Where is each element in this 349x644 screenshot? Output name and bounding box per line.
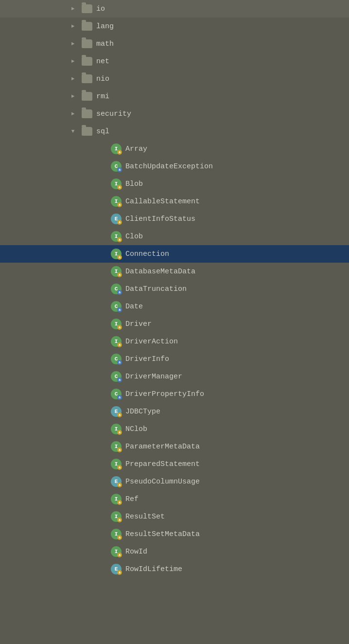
badge-class-icon: C a [111, 354, 122, 364]
class-resultsetmetadata[interactable]: I a ResultSetMetaData [0, 525, 349, 543]
chevron-right-icon: ► [68, 21, 78, 31]
chevron-right-icon: ► [68, 91, 78, 101]
class-array[interactable]: I a Array [0, 140, 349, 158]
class-drivermanager[interactable]: C a DriverManager [0, 368, 349, 385]
badge-interface-icon: I a [111, 441, 122, 452]
class-label: PreparedStatement [125, 460, 200, 468]
badge-sub-icon: a [117, 447, 122, 452]
class-label: BatchUpdateException [125, 162, 213, 171]
folder-icon-io [82, 4, 92, 13]
badge-sub-icon: a [117, 465, 122, 470]
class-callablestatement[interactable]: I a CallableStatement [0, 193, 349, 210]
folder-math[interactable]: ► math [0, 35, 349, 53]
badge-interface-icon: I a [111, 266, 122, 277]
badge-sub-icon: a [117, 518, 122, 522]
badge-sub-icon: a [117, 290, 122, 295]
badge-class-icon: C a [111, 389, 122, 399]
badge-class-icon: C a [111, 301, 122, 312]
class-label: RowId [125, 548, 147, 556]
badge-interface-icon: I a [111, 336, 122, 347]
folder-sql[interactable]: ▼ sql [0, 123, 349, 140]
badge-sub-icon: a [117, 535, 122, 540]
class-clientinfostatus[interactable]: E a ClientInfoStatus [0, 210, 349, 228]
folder-label-nio: nio [96, 75, 109, 83]
class-clob[interactable]: I a Clob [0, 228, 349, 245]
class-label: DataTruncation [125, 285, 187, 293]
badge-sub-icon: a [117, 325, 122, 330]
chevron-right-icon: ► [68, 39, 78, 49]
class-label: DriverPropertyInfo [125, 390, 204, 398]
class-label: JDBCType [125, 408, 160, 416]
class-label: Clob [125, 233, 143, 241]
class-rowid[interactable]: I a RowId [0, 543, 349, 560]
class-rowidlifetime[interactable]: E a RowIdLifetime [0, 560, 349, 578]
class-label: DatabaseMetaData [125, 268, 195, 276]
badge-class-icon: C a [111, 371, 122, 382]
folder-icon-net [82, 57, 92, 66]
badge-sub-icon: a [117, 553, 122, 557]
badge-sub-icon: a [117, 342, 122, 347]
badge-sub-icon: a [117, 412, 122, 417]
class-datatruncation[interactable]: C a DataTruncation [0, 280, 349, 298]
badge-interface-icon: I a [111, 179, 122, 189]
class-ref[interactable]: I a Ref [0, 490, 349, 508]
badge-interface-icon: I a [111, 231, 122, 242]
folder-label-rmi: rmi [96, 92, 109, 101]
class-jdbctype[interactable]: E a JDBCType [0, 403, 349, 420]
class-label: Connection [125, 250, 169, 258]
badge-class-icon: C a [111, 161, 122, 172]
badge-class-icon: C a [111, 284, 122, 294]
badge-sub-icon: a [117, 500, 122, 505]
class-connection[interactable]: I a Connection [0, 245, 349, 263]
badge-sub-icon: a [117, 150, 122, 155]
folder-nio[interactable]: ► nio [0, 70, 349, 88]
class-databasemetadata[interactable]: I a DatabaseMetaData [0, 263, 349, 280]
chevron-down-icon: ▼ [68, 126, 78, 136]
class-label: ParameterMetaData [125, 443, 200, 451]
folder-label-net: net [96, 57, 109, 66]
class-label: ResultSet [125, 513, 165, 521]
badge-sub-icon: a [117, 570, 122, 575]
sql-children: I a Array C a BatchUpdateException I a B… [0, 140, 349, 578]
class-label: ResultSetMetaData [125, 530, 200, 538]
badge-enum-icon: E a [111, 214, 122, 224]
badge-enum-icon: E a [111, 476, 122, 487]
folder-label-security: security [96, 110, 131, 118]
badge-interface-icon: I a [111, 511, 122, 522]
badge-interface-icon: I a [111, 459, 122, 469]
class-parametermetadata[interactable]: I a ParameterMetaData [0, 438, 349, 455]
class-blob[interactable]: I a Blob [0, 175, 349, 193]
badge-sub-icon: a [117, 185, 122, 190]
badge-interface-icon: I a [111, 494, 122, 504]
class-batchupdateexception[interactable]: C a BatchUpdateException [0, 158, 349, 175]
badge-sub-icon: a [117, 167, 122, 172]
chevron-right-icon: ► [68, 109, 78, 119]
class-driverpropertyinfo[interactable]: C a DriverPropertyInfo [0, 385, 349, 403]
class-preparedstatement[interactable]: I a PreparedStatement [0, 455, 349, 473]
folder-net[interactable]: ► net [0, 53, 349, 70]
class-nclob[interactable]: I a NClob [0, 420, 349, 438]
class-label: DriverAction [125, 338, 178, 346]
chevron-right-icon: ► [68, 74, 78, 84]
class-driver[interactable]: I a Driver [0, 315, 349, 333]
badge-sub-icon: a [117, 202, 122, 207]
class-label: ClientInfoStatus [125, 215, 195, 223]
class-label: NClob [125, 425, 147, 433]
folder-rmi[interactable]: ► rmi [0, 88, 349, 105]
folder-io[interactable]: ► io [0, 0, 349, 18]
class-pseudocolumnusage[interactable]: E a PseudoColumnUsage [0, 473, 349, 490]
class-date[interactable]: C a Date [0, 298, 349, 315]
class-resultset[interactable]: I a ResultSet [0, 508, 349, 525]
folder-label-io: io [96, 5, 105, 13]
folder-icon-security [82, 109, 92, 118]
folder-label-lang: lang [96, 22, 114, 31]
badge-enum-icon: E a [111, 406, 122, 417]
class-driveraction[interactable]: I a DriverAction [0, 333, 349, 350]
badge-enum-icon: E a [111, 564, 122, 574]
folder-icon-lang [82, 22, 92, 31]
chevron-right-icon: ► [68, 4, 78, 14]
folder-lang[interactable]: ► lang [0, 18, 349, 35]
class-driverinfo[interactable]: C a DriverInfo [0, 350, 349, 368]
folder-security[interactable]: ► security [0, 105, 349, 123]
class-label: Array [125, 145, 147, 153]
